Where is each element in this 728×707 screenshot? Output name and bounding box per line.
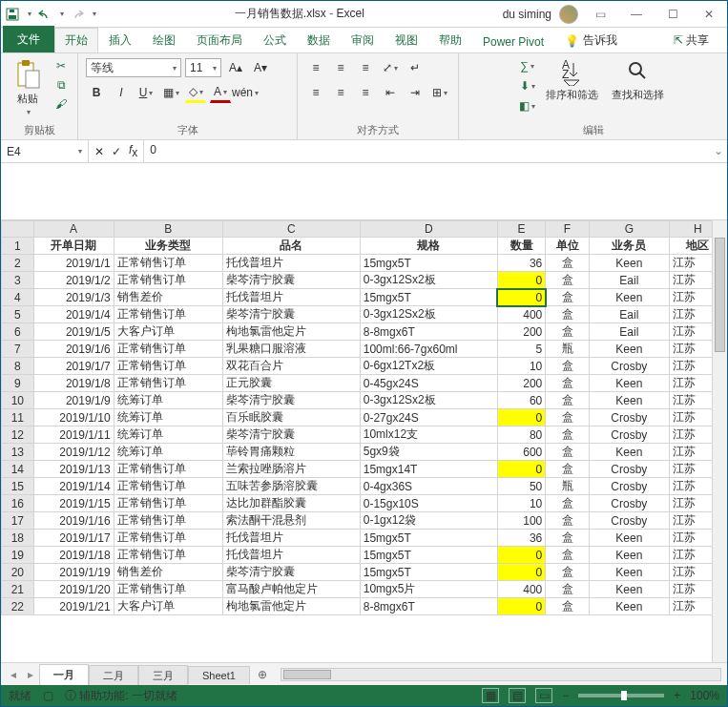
row-header[interactable]: 17 (2, 512, 34, 530)
table-row[interactable]: 42019/1/3销售差价托伐普坦片15mgx5T0盒Keen江苏 (2, 289, 727, 306)
sheet-tab-3[interactable]: 三月 (138, 665, 188, 686)
merge-cells-icon[interactable]: ⊞▾ (429, 82, 450, 103)
font-name-input[interactable]: 等线▾ (86, 58, 181, 77)
tab-review[interactable]: 审阅 (341, 28, 385, 52)
tab-powerpivot[interactable]: Power Pivot (472, 31, 554, 52)
row-header[interactable]: 1 (2, 238, 34, 255)
decrease-font-icon[interactable]: A▾ (250, 57, 271, 78)
undo-dropdown-icon[interactable]: ▾ (60, 10, 64, 18)
font-color-icon[interactable]: A▾ (210, 82, 231, 103)
row-header[interactable]: 13 (2, 444, 34, 461)
align-left-icon[interactable]: ≡ (305, 82, 326, 103)
col-header[interactable]: E (497, 221, 545, 238)
cancel-formula-icon[interactable]: ✕ (94, 145, 104, 158)
avatar[interactable] (559, 5, 578, 24)
row-header[interactable]: 22 (2, 598, 34, 615)
sheet-tab-1[interactable]: 一月 (39, 664, 89, 687)
row-header[interactable]: 12 (2, 426, 34, 444)
row-header[interactable]: 18 (2, 530, 34, 547)
row-header[interactable]: 4 (2, 289, 34, 306)
table-row[interactable]: 202019/1/19销售差价柴芩清宁胶囊15mgx5T0盒Keen江苏 (2, 564, 727, 581)
autosum-icon[interactable]: ∑▾ (519, 57, 536, 74)
align-bottom-icon[interactable]: ≡ (355, 57, 376, 78)
indent-increase-icon[interactable]: ⇥ (405, 82, 426, 103)
zoom-in-icon[interactable]: + (674, 689, 680, 702)
save-icon[interactable] (5, 7, 20, 22)
tab-view[interactable]: 视图 (385, 28, 428, 52)
fill-icon[interactable]: ⬇▾ (519, 77, 536, 94)
tab-draw[interactable]: 绘图 (142, 28, 186, 52)
normal-view-icon[interactable]: ▦ (482, 688, 499, 703)
row-header[interactable]: 11 (2, 409, 34, 426)
row-header[interactable]: 21 (2, 581, 34, 598)
sheet-tab-4[interactable]: Sheet1 (188, 666, 250, 684)
row-header[interactable]: 2 (2, 255, 34, 272)
row-header[interactable]: 10 (2, 392, 34, 409)
clear-icon[interactable]: ◧▾ (519, 97, 536, 114)
row-header[interactable]: 5 (2, 306, 34, 323)
table-row[interactable]: 152019/1/14正常销售订单五味苦参肠溶胶囊0-4gx36S50瓶Cros… (2, 478, 727, 495)
tab-data[interactable]: 数据 (297, 28, 341, 52)
maximize-icon[interactable]: ☐ (658, 5, 687, 24)
spreadsheet-grid[interactable]: ABCDEFGH 1开单日期业务类型品名规格数量单位业务员地区22019/1/1… (1, 220, 727, 662)
sheet-nav-next-icon[interactable]: ▸ (22, 668, 39, 681)
table-row[interactable]: 62019/1/5大客户订单枸地氯雷他定片8-8mgx6T200盒Eail江苏 (2, 323, 727, 341)
paste-button[interactable]: 粘贴▾ (9, 57, 47, 118)
col-header[interactable]: A (33, 221, 114, 238)
macro-record-icon[interactable]: ▢ (43, 689, 53, 702)
format-painter-icon[interactable]: 🖌 (52, 95, 70, 113)
table-row[interactable]: 52019/1/4正常销售订单柴芩清宁胶囊0-3gx12Sx2板400盒Eail… (2, 306, 727, 323)
indent-decrease-icon[interactable]: ⇤ (380, 82, 401, 103)
fx-icon[interactable]: fx (129, 143, 137, 159)
tab-home[interactable]: 开始 (54, 28, 98, 52)
tab-share[interactable]: ⇱ 共享 (663, 28, 719, 52)
row-header[interactable]: 14 (2, 461, 34, 478)
close-icon[interactable]: ✕ (695, 5, 723, 24)
row-header[interactable]: 9 (2, 375, 34, 392)
col-header[interactable]: D (360, 221, 497, 238)
border-icon[interactable]: ▦▾ (160, 82, 181, 103)
row-header[interactable]: 16 (2, 495, 34, 512)
italic-button[interactable]: I (111, 82, 132, 103)
minimize-icon[interactable]: — (622, 5, 651, 24)
align-right-icon[interactable]: ≡ (355, 82, 376, 103)
phonetic-icon[interactable]: wén▾ (235, 82, 256, 103)
align-top-icon[interactable]: ≡ (305, 57, 326, 78)
user-name[interactable]: du siming (503, 8, 551, 21)
tab-formula[interactable]: 公式 (253, 28, 297, 52)
zoom-slider[interactable] (578, 694, 664, 697)
tab-file[interactable]: 文件 (3, 26, 54, 52)
undo-icon[interactable] (37, 7, 52, 22)
select-all-cell[interactable] (2, 221, 34, 238)
sheet-nav-prev-icon[interactable]: ◂ (5, 668, 22, 681)
align-center-icon[interactable]: ≡ (330, 82, 351, 103)
row-header[interactable]: 20 (2, 564, 34, 581)
row-header[interactable]: 8 (2, 358, 34, 375)
table-row[interactable]: 32019/1/2正常销售订单柴芩清宁胶囊0-3gx12Sx2板0盒Eail江苏 (2, 272, 727, 289)
cut-icon[interactable]: ✂ (52, 57, 70, 74)
horizontal-scrollbar[interactable] (281, 668, 721, 681)
table-row[interactable]: 142019/1/13正常销售订单兰索拉唑肠溶片15mgx14T0盒Crosby… (2, 461, 727, 478)
redo-icon[interactable] (70, 7, 85, 22)
table-row[interactable]: 82019/1/7正常销售订单双花百合片0-6gx12Tx2板10盒Crosby… (2, 358, 727, 375)
sheet-tab-2[interactable]: 二月 (89, 665, 138, 686)
col-header[interactable]: F (546, 221, 590, 238)
tab-help[interactable]: 帮助 (428, 28, 472, 52)
row-header[interactable]: 7 (2, 341, 34, 358)
table-row[interactable]: 222019/1/21大客户订单枸地氯雷他定片8-8mgx6T0盒Keen江苏 (2, 598, 727, 615)
name-box[interactable]: E4▾ (1, 140, 89, 162)
ribbon-options-icon[interactable]: ▭ (586, 5, 614, 24)
orientation-icon[interactable]: ⤢▾ (380, 57, 401, 78)
col-header[interactable]: G (589, 221, 669, 238)
table-row[interactable]: 192019/1/18正常销售订单托伐普坦片15mgx5T0盒Keen江苏 (2, 547, 727, 564)
table-row[interactable]: 132019/1/12统筹订单荜铃胃痛颗粒5gx9袋600盒Keen江苏 (2, 444, 727, 461)
table-row[interactable]: 122019/1/11统筹订单柴芩清宁胶囊10mlx12支80盒Crosby江苏 (2, 426, 727, 444)
row-header[interactable]: 6 (2, 323, 34, 341)
vertical-scrollbar[interactable] (712, 220, 727, 662)
align-middle-icon[interactable]: ≡ (330, 57, 351, 78)
enter-formula-icon[interactable]: ✓ (112, 145, 121, 158)
wrap-text-icon[interactable]: ↵ (405, 57, 426, 78)
table-row[interactable]: 92019/1/8正常销售订单正元胶囊0-45gx24S200盒Keen江苏 (2, 375, 727, 392)
table-row[interactable]: 112019/1/10统筹订单百乐眠胶囊0-27gx24S0盒Crosby江苏 (2, 409, 727, 426)
page-layout-view-icon[interactable]: ▤ (509, 688, 526, 703)
